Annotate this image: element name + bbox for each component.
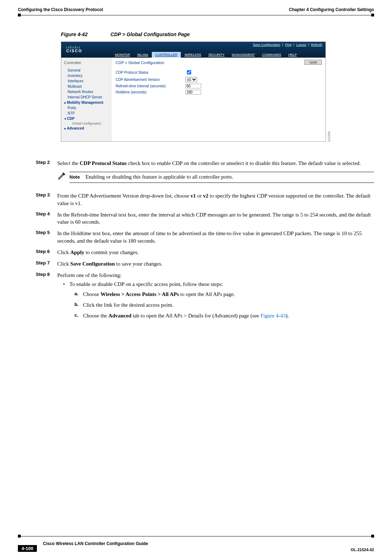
- tab-management[interactable]: MANAGEMENT: [228, 52, 258, 58]
- app-header: ıılıılıı CISCO MONITOR WLANs CONTROLLER …: [61, 42, 325, 58]
- label-adv-version: CDP Advertisement Version: [116, 78, 185, 82]
- tab-controller[interactable]: CONTROLLER: [152, 52, 181, 58]
- apply-button[interactable]: Apply: [304, 60, 322, 65]
- sidebar-item-cdp[interactable]: ▾CDP: [64, 116, 111, 121]
- step-7-label: Step 7: [36, 260, 57, 267]
- sidebar-item-mobility[interactable]: ▸Mobility Management: [64, 100, 111, 105]
- chapter-title: Chapter 4 Configuring Controller Setting…: [289, 7, 374, 12]
- step-4-body: In the Refresh-time Interval text box, e…: [57, 211, 374, 226]
- figure-link[interactable]: Figure 4-43: [260, 313, 285, 319]
- sidebar-item-inventory[interactable]: Inventory: [64, 73, 111, 78]
- step-8c: c. Choose the Advanced tab to open the A…: [74, 312, 374, 319]
- step-8-label: Step 8: [36, 272, 57, 323]
- step-2-label: Step 2: [36, 160, 57, 188]
- sidebar: Controller General Inventory Interfaces …: [61, 58, 111, 141]
- cisco-logo: ıılıılıı CISCO: [61, 44, 111, 55]
- sidebar-item-multicast[interactable]: Multicast: [64, 84, 111, 89]
- label-refresh: Refresh-time Interval (seconds): [116, 84, 185, 88]
- page-footer: Cisco Wireless LAN Controller Configurat…: [18, 535, 374, 547]
- label-holdtime: Holdtime (seconds): [116, 90, 185, 94]
- screenshot-cdp-global: ıılıılıı CISCO MONITOR WLANs CONTROLLER …: [61, 42, 326, 142]
- checkbox-cdp-status[interactable]: [187, 70, 191, 74]
- step-6-label: Step 6: [36, 249, 57, 256]
- step-2-body: Select the CDP Protocol Status check box…: [57, 160, 374, 188]
- sidebar-item-advanced[interactable]: ▸Advanced: [64, 126, 111, 131]
- step-2: Step 2 Select the CDP Protocol Status ch…: [61, 160, 374, 188]
- section-title: Configuring the Cisco Discovery Protocol: [18, 7, 103, 12]
- label-cdp-status: CDP Protocol Status: [116, 71, 185, 74]
- breadcrumb: CDP > Global Configuration: [116, 60, 321, 65]
- figure-title: CDP > Global Configuration Page: [111, 31, 190, 37]
- page-number: 4-100: [18, 545, 37, 552]
- sidebar-item-cdp-global[interactable]: Global Configuration: [64, 121, 111, 126]
- step-8b: b. Click the link for the desired access…: [74, 301, 374, 308]
- sidebar-item-network-routes[interactable]: Network Routes: [64, 89, 111, 94]
- footer-doc-id: OL-21524-02: [351, 548, 374, 552]
- header-rule: [18, 14, 374, 17]
- sidebar-item-dhcp[interactable]: Internal DHCP Server: [64, 94, 111, 100]
- step-3-label: Step 3: [36, 192, 57, 207]
- tab-wireless[interactable]: WIRELESS: [181, 52, 205, 58]
- step-4: Step 4 In the Refresh-time Interval text…: [61, 211, 374, 226]
- sidebar-item-ntp[interactable]: NTP: [64, 111, 111, 116]
- input-holdtime[interactable]: [185, 90, 201, 94]
- step-8: Step 8 Perform one of the following: • T…: [61, 272, 374, 323]
- input-refresh[interactable]: [185, 84, 201, 88]
- step-8-bullet: To enable or disable CDP on a specific a…: [69, 281, 223, 288]
- running-header: Configuring the Cisco Discovery Protocol…: [18, 7, 374, 12]
- main-pane: CDP > Global Configuration Apply CDP Pro…: [111, 58, 325, 141]
- image-id: 212201: [327, 131, 331, 142]
- link-logout[interactable]: Logout: [296, 43, 306, 47]
- step-6: Step 6 Click Apply to commit your change…: [61, 249, 374, 256]
- step-5-body: In the Holdtime text box, enter the amou…: [57, 230, 374, 244]
- tab-wlans[interactable]: WLANs: [134, 52, 152, 58]
- tab-security[interactable]: SECURITY: [205, 52, 228, 58]
- figure-caption: Figure 4-42 CDP > Global Configuration P…: [61, 31, 374, 37]
- tab-commands[interactable]: COMMANDS: [258, 52, 285, 58]
- note-label: Note: [69, 174, 80, 180]
- note-icon: [57, 172, 66, 183]
- link-save-config[interactable]: Save Configuration: [253, 43, 280, 47]
- step-4-label: Step 4: [36, 211, 57, 226]
- note-text: Enabling or disabling this feature is ap…: [86, 174, 233, 180]
- step-8a: a. Choose Wireless > Access Points > All…: [74, 291, 374, 298]
- step-7: Step 7 Click Save Configuration to save …: [61, 260, 374, 267]
- step-5: Step 5 In the Holdtime text box, enter t…: [61, 230, 374, 244]
- select-adv-version[interactable]: v1: [185, 77, 197, 82]
- step-6-body: Click Apply to commit your changes.: [57, 249, 374, 256]
- tab-monitor[interactable]: MONITOR: [111, 52, 134, 58]
- sidebar-title: Controller: [64, 60, 111, 65]
- step-3: Step 3 From the CDP Advertisement Versio…: [61, 192, 374, 207]
- note-block: Note Enabling or disabling this feature …: [57, 172, 374, 183]
- step-5-label: Step 5: [36, 230, 57, 244]
- step-7-body: Click Save Configuration to save your ch…: [57, 260, 374, 267]
- sidebar-item-interfaces[interactable]: Interfaces: [64, 78, 111, 84]
- bullet-icon: •: [63, 281, 69, 288]
- sidebar-item-ports[interactable]: Ports: [64, 105, 111, 111]
- tab-help[interactable]: HELP: [285, 52, 300, 58]
- link-refresh[interactable]: Refresh: [311, 43, 322, 47]
- step-3-body: From the CDP Advertisement Version drop-…: [57, 192, 374, 207]
- sidebar-item-general[interactable]: General: [64, 68, 111, 73]
- step-8-body: Perform one of the following: • To enabl…: [57, 272, 374, 323]
- figure-number: Figure 4-42: [61, 31, 88, 37]
- footer-guide: Cisco Wireless LAN Controller Configurat…: [43, 541, 148, 546]
- link-ping[interactable]: Ping: [285, 43, 291, 47]
- top-links: Save Configuration | Ping | Logout | Ref…: [252, 43, 323, 47]
- main-tabs: MONITOR WLANs CONTROLLER WIRELESS SECURI…: [111, 50, 300, 58]
